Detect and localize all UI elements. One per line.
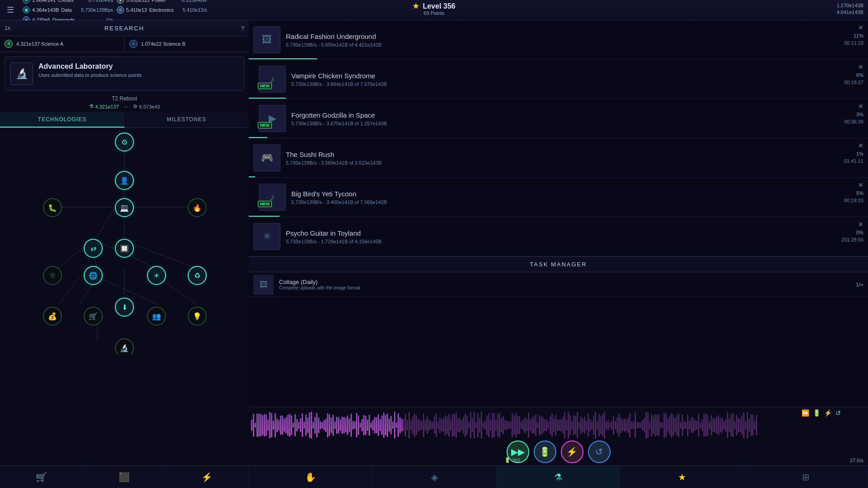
- electronics-rate: 5.410e13/s: [183, 7, 207, 13]
- tab-milestones[interactable]: MILESTONES: [124, 112, 249, 128]
- svg-rect-65: [340, 419, 341, 431]
- battery-btn[interactable]: 🔋: [534, 441, 556, 463]
- svg-rect-245: [665, 413, 667, 436]
- svg-rect-61: [332, 414, 334, 436]
- swap-btn[interactable]: ↺: [588, 441, 611, 463]
- lab-box[interactable]: 🔬 Advanced Laboratory Uses submitted dat…: [5, 57, 244, 91]
- right-nav-lab[interactable]: ⚗: [497, 466, 621, 488]
- svg-rect-228: [635, 412, 636, 438]
- tech-node-cycle[interactable]: ♻: [188, 266, 207, 285]
- reboot-arrow: →: [123, 104, 128, 109]
- svg-line-14: [59, 277, 79, 304]
- reboot-val-b: ⚙ 6.573e43: [133, 104, 160, 109]
- close-btn-1[interactable]: ✕: [858, 24, 863, 31]
- svg-rect-242: [660, 422, 661, 428]
- svg-rect-190: [566, 420, 567, 430]
- svg-rect-238: [653, 417, 654, 434]
- svg-rect-257: [687, 414, 688, 436]
- tech-node-bio[interactable]: ☢: [43, 266, 62, 285]
- nav-cpu[interactable]: ⬛: [83, 466, 166, 488]
- ctrl-battery-small[interactable]: 🔋: [813, 409, 821, 417]
- close-btn-6[interactable]: ✕: [858, 221, 863, 228]
- svg-rect-239: [655, 414, 656, 436]
- svg-rect-237: [651, 414, 652, 436]
- tech-node-fire[interactable]: 🔥: [188, 198, 207, 217]
- ctrl-swap-small[interactable]: ↺: [835, 409, 841, 417]
- credits-name: Credits: [58, 0, 74, 3]
- tech-node-download[interactable]: ⬇: [115, 298, 134, 317]
- svg-rect-116: [432, 422, 433, 429]
- tech-node-solar[interactable]: ☀: [147, 266, 166, 285]
- tech-node-people[interactable]: 👥: [147, 307, 166, 326]
- svg-rect-72: [352, 421, 354, 429]
- svg-rect-23: [264, 414, 265, 437]
- small-controls-row: ⏩ 🔋 ⚡ ↺: [802, 409, 841, 417]
- close-btn-3[interactable]: ✕: [858, 103, 863, 110]
- svg-rect-70: [349, 418, 350, 431]
- svg-rect-244: [664, 412, 665, 437]
- tech-node-r2[interactable]: 👤: [115, 171, 134, 190]
- svg-rect-127: [452, 414, 453, 437]
- tech-node-shuffle[interactable]: ⇄: [84, 239, 103, 258]
- svg-rect-78: [363, 415, 365, 435]
- svg-rect-240: [656, 415, 658, 436]
- close-btn-4[interactable]: ✕: [858, 142, 863, 149]
- right-nav-layers[interactable]: ◈: [373, 466, 497, 488]
- data-rate: 5.730e139Bps: [81, 7, 113, 13]
- svg-rect-66: [342, 417, 343, 434]
- svg-rect-117: [434, 417, 435, 434]
- right-nav-grid[interactable]: ⊞: [744, 466, 868, 488]
- research-help-button[interactable]: ?: [241, 25, 244, 32]
- svg-rect-220: [620, 417, 621, 433]
- tech-node-top[interactable]: ⚙: [115, 133, 134, 152]
- tech-node-chip[interactable]: 🔲: [115, 239, 134, 258]
- svg-rect-145: [484, 421, 486, 430]
- tech-node-globe[interactable]: 🌐: [84, 266, 103, 285]
- tech-node-cpu[interactable]: 💻: [115, 198, 134, 217]
- science-a-icon: ⚗: [5, 40, 13, 48]
- tech-node-money[interactable]: 💰: [43, 307, 62, 326]
- right-nav-robotics[interactable]: ✋: [249, 466, 373, 488]
- battery-count: 382: [512, 458, 520, 463]
- nav-power[interactable]: ⚡: [166, 466, 249, 488]
- svg-rect-231: [640, 422, 641, 428]
- media-stats-3: 5.730e139B/s - 3.670e141B of 1.297e143B: [291, 121, 863, 126]
- svg-rect-22: [262, 415, 263, 435]
- svg-rect-261: [694, 420, 696, 431]
- svg-rect-26: [269, 412, 270, 438]
- svg-rect-148: [490, 420, 491, 431]
- svg-rect-90: [385, 415, 386, 436]
- tech-node-microscope[interactable]: 🔬: [115, 338, 134, 354]
- svg-rect-31: [278, 420, 280, 431]
- svg-rect-128: [454, 414, 455, 436]
- ctrl-ff-small[interactable]: ⏩: [802, 409, 809, 417]
- svg-rect-136: [468, 422, 470, 428]
- lightning-btn[interactable]: ⚡: [561, 441, 583, 463]
- task-item-1: 🖼 Collage (Daily) Complete uploads with …: [249, 272, 868, 297]
- svg-rect-210: [602, 414, 603, 436]
- close-btn-5[interactable]: ✕: [858, 181, 863, 189]
- top-right-info: 1.270e143B 4.641e143B: [837, 2, 863, 16]
- svg-rect-224: [627, 417, 629, 433]
- right-nav-star[interactable]: ★: [620, 466, 744, 488]
- media-content-6: Psycho Guitar in Toyland 5.730e139B/s - …: [286, 229, 863, 244]
- svg-rect-202: [588, 413, 589, 436]
- svg-rect-177: [542, 417, 544, 433]
- tech-node-bulb[interactable]: 💡: [188, 307, 207, 326]
- top-right-line2: 4.641e143B: [837, 9, 863, 16]
- tab-technologies[interactable]: TECHNOLOGIES: [0, 112, 124, 128]
- svg-rect-146: [486, 416, 488, 435]
- close-btn-2[interactable]: ✕: [858, 63, 863, 71]
- media-list: 🖼 Radical Fashion Underground 5.730e139B…: [249, 20, 868, 256]
- ctrl-power-small[interactable]: ⚡: [824, 409, 832, 417]
- nav-shop[interactable]: 🛒: [0, 466, 83, 488]
- lab-info: Advanced Laboratory Uses submitted data …: [38, 62, 238, 85]
- player-speed: 27.0/s: [850, 458, 863, 463]
- tech-node-cart[interactable]: 🛒: [84, 307, 103, 326]
- svg-rect-265: [702, 419, 703, 431]
- svg-rect-111: [423, 413, 424, 436]
- menu-button[interactable]: ☰: [0, 0, 20, 20]
- tech-node-bug[interactable]: 🐛: [43, 198, 62, 217]
- data-name: Data: [61, 7, 71, 13]
- media-pct-5: 5%: [856, 190, 863, 196]
